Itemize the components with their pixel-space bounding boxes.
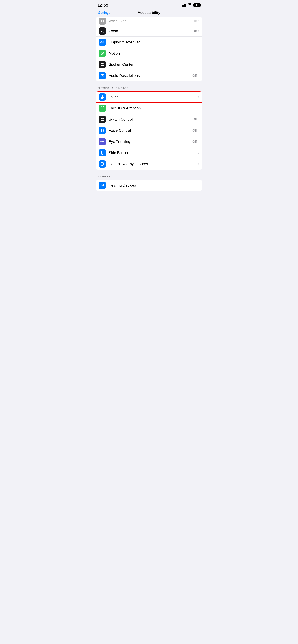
spoken-content-label: Spoken Content bbox=[109, 62, 198, 67]
svg-point-0 bbox=[101, 20, 102, 21]
svg-rect-11 bbox=[101, 64, 104, 66]
eye-tracking-icon bbox=[99, 138, 106, 145]
hearing-list: Hearing Devices › bbox=[96, 180, 202, 191]
list-item-voice-control[interactable]: Voice Control Off › bbox=[96, 125, 202, 136]
list-item-display-text-size[interactable]: AA Display & Text Size › bbox=[96, 36, 202, 48]
svg-point-39 bbox=[102, 164, 103, 164]
signal-icon bbox=[182, 4, 186, 7]
hearing-devices-chevron: › bbox=[198, 183, 199, 187]
voice-control-label: Voice Control bbox=[109, 128, 193, 133]
control-nearby-chevron: › bbox=[198, 162, 199, 166]
face-id-chevron: › bbox=[198, 106, 199, 110]
zoom-icon bbox=[99, 28, 106, 34]
voiceover-value: Off bbox=[193, 19, 197, 23]
side-button-icon bbox=[99, 149, 106, 156]
face-id-label: Face ID & Attention bbox=[109, 106, 198, 110]
svg-text:AD: AD bbox=[101, 75, 103, 76]
voiceover-label: VoiceOver bbox=[109, 19, 193, 23]
list-item-spoken-content[interactable]: Spoken Content › bbox=[96, 59, 202, 70]
back-button[interactable]: ‹ Settings bbox=[96, 10, 110, 15]
list-item-audio-descriptions[interactable]: AD Audio Descriptions Off › bbox=[96, 70, 202, 81]
audio-descriptions-label: Audio Descriptions bbox=[109, 74, 193, 78]
svg-point-17 bbox=[103, 108, 103, 108]
status-icons: 98 bbox=[182, 3, 201, 7]
motion-chevron: › bbox=[198, 51, 199, 55]
svg-point-16 bbox=[101, 108, 102, 108]
switch-control-chevron: › bbox=[198, 117, 199, 121]
wifi-icon bbox=[188, 3, 192, 7]
audio-descriptions-chevron: › bbox=[198, 74, 199, 78]
switch-control-value: Off bbox=[193, 117, 197, 121]
switch-control-icon bbox=[99, 116, 106, 123]
hearing-devices-label: Hearing Devices bbox=[109, 183, 198, 188]
audio-descriptions-value: Off bbox=[193, 74, 197, 78]
switch-control-label: Switch Control bbox=[109, 117, 193, 122]
list-item-motion[interactable]: Motion › bbox=[96, 48, 202, 59]
list-item-face-id[interactable]: Face ID & Attention › bbox=[96, 102, 202, 114]
motion-icon bbox=[99, 50, 106, 57]
svg-rect-20 bbox=[102, 118, 104, 119]
display-text-size-chevron: › bbox=[198, 40, 199, 44]
svg-rect-21 bbox=[101, 120, 102, 121]
back-label: Settings bbox=[98, 11, 110, 15]
zoom-value: Off bbox=[193, 29, 197, 33]
svg-point-30 bbox=[102, 141, 103, 142]
page-title: Accessibility bbox=[138, 10, 161, 15]
svg-line-2 bbox=[103, 32, 104, 32]
list-item-touch[interactable]: Touch › bbox=[96, 92, 202, 102]
touch-icon bbox=[99, 94, 106, 100]
voice-control-icon bbox=[99, 127, 106, 134]
list-item-zoom[interactable]: Zoom Off › bbox=[96, 26, 202, 36]
zoom-chevron: › bbox=[198, 29, 199, 33]
voiceover-chevron: › bbox=[198, 19, 199, 23]
display-text-size-icon: AA bbox=[99, 38, 106, 46]
voice-control-chevron: › bbox=[198, 128, 199, 132]
physical-motor-list: Touch › Face ID & Attention › bbox=[96, 92, 202, 170]
list-item-switch-control[interactable]: Switch Control Off › bbox=[96, 114, 202, 125]
svg-rect-22 bbox=[102, 120, 104, 121]
side-button-chevron: › bbox=[198, 151, 199, 155]
vision-section-partial: VoiceOver Off › Zoom Off › AA Display & … bbox=[96, 17, 202, 81]
motion-label: Motion bbox=[109, 51, 198, 56]
list-item-side-button[interactable]: Side Button › bbox=[96, 147, 202, 158]
eye-tracking-value: Off bbox=[193, 140, 197, 144]
list-item-hearing-devices[interactable]: Hearing Devices › bbox=[96, 180, 202, 191]
nav-bar: ‹ Settings Accessibility bbox=[93, 9, 205, 17]
touch-chevron: › bbox=[198, 95, 199, 99]
side-button-label: Side Button bbox=[109, 150, 198, 155]
spoken-content-chevron: › bbox=[198, 62, 199, 66]
list-item-voiceover[interactable]: VoiceOver Off › bbox=[96, 17, 202, 26]
battery-indicator: 98 bbox=[193, 3, 201, 7]
back-chevron-icon: ‹ bbox=[96, 10, 97, 15]
list-item-control-nearby[interactable]: Control Nearby Devices › bbox=[96, 158, 202, 170]
control-nearby-icon bbox=[99, 160, 106, 168]
hearing-header: HEARING bbox=[93, 175, 205, 180]
eye-tracking-chevron: › bbox=[198, 140, 199, 144]
status-bar: 12:55 98 bbox=[93, 0, 205, 9]
svg-point-5 bbox=[101, 52, 103, 54]
voiceover-icon bbox=[99, 18, 106, 25]
zoom-label: Zoom bbox=[109, 29, 193, 33]
status-time: 12:55 bbox=[97, 3, 108, 8]
spoken-content-icon bbox=[99, 61, 106, 68]
list-item-eye-tracking[interactable]: Eye Tracking Off › bbox=[96, 136, 202, 147]
control-nearby-label: Control Nearby Devices bbox=[109, 162, 198, 166]
voice-control-value: Off bbox=[193, 128, 197, 132]
eye-tracking-label: Eye Tracking bbox=[109, 140, 193, 144]
display-text-size-label: Display & Text Size bbox=[109, 40, 198, 44]
touch-label: Touch bbox=[109, 95, 198, 99]
svg-rect-19 bbox=[101, 118, 102, 119]
physical-motor-header: PHYSICAL AND MOTOR bbox=[93, 87, 205, 92]
face-id-icon bbox=[99, 104, 106, 112]
svg-point-40 bbox=[102, 185, 103, 186]
hearing-section: HEARING Hearing Devices › bbox=[93, 175, 205, 191]
hearing-devices-icon bbox=[99, 182, 106, 189]
audio-descriptions-icon: AD bbox=[99, 72, 106, 79]
physical-motor-section: PHYSICAL AND MOTOR Touch › bbox=[93, 87, 205, 170]
